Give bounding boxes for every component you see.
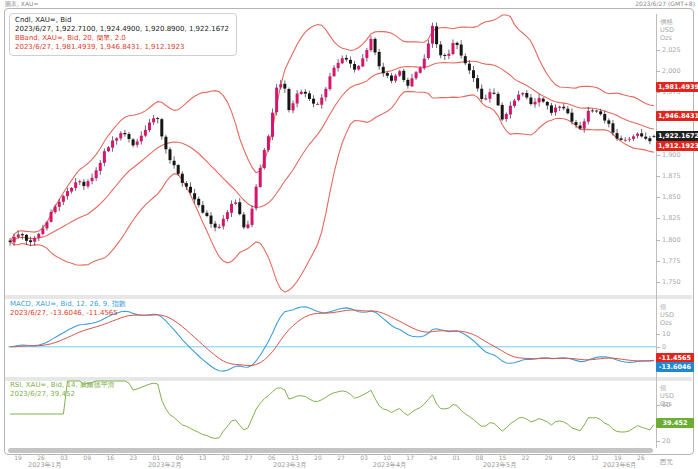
time-day-label: 01 bbox=[153, 454, 161, 461]
axis-title-line: USD bbox=[660, 26, 674, 34]
time-day-label: 06 bbox=[268, 454, 276, 461]
axis-tick-mark bbox=[656, 347, 660, 348]
time-day-label: 13 bbox=[199, 454, 207, 461]
time-day-label: 12 bbox=[591, 454, 599, 461]
axis-tick-label: 0 bbox=[662, 343, 666, 351]
axis-tick-label: 2,025 bbox=[662, 46, 681, 54]
axis-tick-mark bbox=[656, 92, 660, 93]
time-day-label: 29 bbox=[545, 454, 553, 461]
time-day-label: 23 bbox=[129, 454, 137, 461]
time-day-label: 19 bbox=[14, 454, 22, 461]
time-day-label: 20 bbox=[314, 454, 322, 461]
axis-tick-mark bbox=[656, 50, 660, 51]
axis-tick-label: 1,775 bbox=[662, 257, 681, 265]
time-day-label: 16 bbox=[106, 454, 114, 461]
axis-tick-label: 2,000 bbox=[662, 67, 681, 75]
axis-tick-mark bbox=[656, 155, 660, 156]
axis-title-line: 值 bbox=[660, 303, 667, 311]
time-day-label: 06 bbox=[176, 454, 184, 461]
axis-tick-label: 1,850 bbox=[662, 193, 681, 201]
time-day-label: 27 bbox=[337, 454, 345, 461]
time-day-label: 01 bbox=[452, 454, 460, 461]
time-day-label: 17 bbox=[406, 454, 414, 461]
axis-tick-mark bbox=[656, 176, 660, 177]
axis-tick-label: 1,800 bbox=[662, 236, 681, 244]
price-badge: 1,912.1923 bbox=[656, 141, 698, 151]
time-month-label: 2023年3月 bbox=[273, 461, 307, 469]
axis-title-line: Ozs bbox=[660, 34, 672, 42]
legend-line: MACD, XAU=, Bid, 12, 26, 9, 指數 bbox=[10, 300, 126, 309]
time-day-label: 13 bbox=[291, 454, 299, 461]
window-timestamp: 2023/6/27 (GMT+8) bbox=[635, 0, 695, 7]
axis-title-line: USD bbox=[660, 392, 674, 400]
time-month-label: 2023年1月 bbox=[28, 461, 62, 469]
calendar-era-label: 西元 bbox=[660, 458, 673, 467]
time-day-label: 03 bbox=[60, 454, 68, 461]
axis-tick-label: 10 bbox=[662, 330, 670, 338]
time-day-label: 10 bbox=[383, 454, 391, 461]
axis-tick-label: 20 bbox=[662, 437, 670, 445]
legend-line: 2023/6/27, 1,981.4939, 1,946.8431, 1,912… bbox=[15, 43, 229, 52]
time-month-label: 2023年2月 bbox=[148, 461, 182, 469]
legend-line: 2023/6/27, -13.6046, -11.4565 bbox=[10, 309, 126, 318]
price-pane[interactable] bbox=[8, 14, 656, 295]
time-month-label: 2023年5月 bbox=[483, 461, 517, 469]
macd-legend[interactable]: MACD, XAU=, Bid, 12, 26, 9, 指數2023/6/27,… bbox=[10, 300, 126, 318]
axis-tick-label: 1,750 bbox=[662, 278, 681, 286]
time-day-label: 08 bbox=[476, 454, 484, 461]
time-day-label: 27 bbox=[245, 454, 253, 461]
legend-line: 2023/6/27, 1,922.7100, 1,924.4900, 1,920… bbox=[15, 25, 229, 34]
axis-tick-mark bbox=[656, 240, 660, 241]
time-day-label: 15 bbox=[499, 454, 507, 461]
axis-tick-mark bbox=[656, 441, 660, 442]
price-badge: 1,981.4939 bbox=[656, 82, 698, 92]
axis-tick-label: 1,900 bbox=[662, 151, 681, 159]
price-badge: 39.452 bbox=[656, 418, 694, 428]
rsi-legend[interactable]: RSI, XAU=, Bid, 14, 威爾德平滑2023/6/27, 39.4… bbox=[10, 381, 115, 399]
axis-title-line: USD bbox=[660, 311, 674, 319]
price-axis-line bbox=[656, 14, 657, 448]
axis-tick-mark bbox=[656, 197, 660, 198]
legend-line: 2023/6/27, 39.452 bbox=[10, 390, 115, 399]
axis-tick-label: 1,825 bbox=[662, 214, 681, 222]
time-day-label: 09 bbox=[83, 454, 91, 461]
time-month-label: 2023年4月 bbox=[373, 461, 407, 469]
time-day-label: 26 bbox=[37, 454, 45, 461]
axis-tick-label: 1,875 bbox=[662, 172, 681, 180]
legend-line: Cndl, XAU=, Bid bbox=[15, 16, 229, 25]
time-day-label: 24 bbox=[429, 454, 437, 461]
axis-tick-mark bbox=[656, 282, 660, 283]
price-legend[interactable]: Cndl, XAU=, Bid2023/6/27, 1,922.7100, 1,… bbox=[9, 13, 237, 56]
time-day-label: 22 bbox=[522, 454, 530, 461]
legend-line: RSI, XAU=, Bid, 14, 威爾德平滑 bbox=[10, 381, 115, 390]
time-scrollbar[interactable] bbox=[8, 448, 653, 453]
time-day-label: 05 bbox=[568, 454, 576, 461]
time-day-label: 20 bbox=[222, 454, 230, 461]
axis-tick-mark bbox=[656, 261, 660, 262]
time-month-label: 2023年6月 bbox=[603, 461, 637, 469]
legend-line: BBand, XAU=, Bid, 20, 簡單, 2.0 bbox=[15, 34, 229, 43]
axis-tick-mark bbox=[656, 218, 660, 219]
time-day-label: 19 bbox=[614, 454, 622, 461]
axis-title-line: 價格 bbox=[660, 18, 673, 26]
axis-title-line: Ozs bbox=[660, 319, 672, 327]
axis-title-line: 值 bbox=[660, 384, 667, 392]
axis-tick-mark bbox=[656, 405, 660, 406]
chart-application: 圖表, XAU= 2023/6/27 (GMT+8) Cndl, XAU=, B… bbox=[0, 0, 698, 469]
axis-tick-mark bbox=[656, 334, 660, 335]
time-day-label: 26 bbox=[637, 454, 645, 461]
axis-tick-mark bbox=[656, 71, 660, 72]
price-badge: -13.6046 bbox=[656, 362, 694, 372]
axis-tick-label: 60 bbox=[662, 401, 670, 409]
time-day-label: 03 bbox=[360, 454, 368, 461]
price-badge: 1,946.8431 bbox=[656, 111, 698, 121]
